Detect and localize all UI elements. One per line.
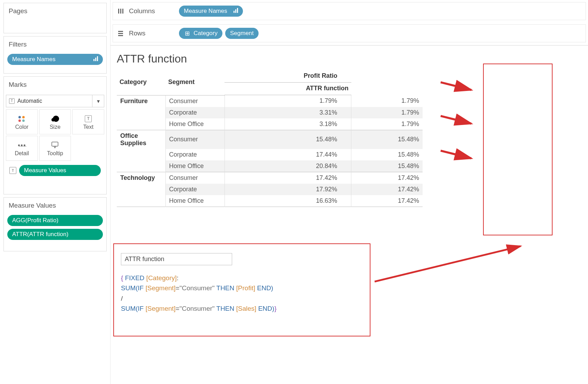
table-row: Corporate3.31%1.79% <box>117 107 423 118</box>
cell-profit-ratio: 1.79% <box>224 95 351 107</box>
detail-icon <box>18 140 25 150</box>
marks-size-label: Size <box>50 124 60 130</box>
marks-type-select[interactable]: T Automatic ▾ <box>6 95 104 107</box>
annotation-arrow <box>375 243 528 286</box>
columns-label: Columns <box>129 7 155 15</box>
marks-text-button[interactable]: T Text <box>72 109 104 134</box>
pill-label: Measure Names <box>184 8 227 15</box>
table-row: FurnitureConsumer1.79%1.79% <box>117 95 423 107</box>
rows-pill-segment[interactable]: Segment <box>225 28 259 39</box>
measure-values-title: Measure Values <box>4 198 106 214</box>
cell-profit-ratio: 20.84% <box>224 160 351 172</box>
table-row: OfficeSuppliesConsumer15.48%15.48% <box>117 130 423 149</box>
cell-profit-ratio: 3.31% <box>224 107 351 118</box>
cell-category: OfficeSupplies <box>117 130 165 149</box>
marks-detail-label: Detail <box>15 150 29 157</box>
header-profit-ratio: Profit Ratio <box>224 70 351 83</box>
cell-category <box>117 149 165 160</box>
chevron-down-icon[interactable]: ▾ <box>92 95 104 107</box>
svg-line-3 <box>441 82 471 90</box>
mv-item-label: ATTR(ATTR function) <box>12 231 68 238</box>
marks-size-button[interactable]: Size <box>39 109 71 134</box>
annotation-arrow <box>441 80 475 95</box>
rows-label: Rows <box>129 30 146 37</box>
cell-profit-ratio: 17.44% <box>224 149 351 160</box>
cell-attr-function: 1.79% <box>351 95 423 107</box>
cell-profit-ratio: 3.18% <box>224 118 351 130</box>
filter-pill-measure-names[interactable]: Measure Names <box>7 54 103 65</box>
cell-attr-function: 17.42% <box>351 184 423 195</box>
text-mark-icon: T <box>85 114 92 124</box>
cell-profit-ratio: 16.63% <box>224 195 351 207</box>
header-category: Category <box>117 70 165 95</box>
marks-color-label: Color <box>15 124 28 130</box>
cell-category: Technology <box>117 172 165 184</box>
cell-category <box>117 184 165 195</box>
cell-category <box>117 195 165 207</box>
cell-attr-function: 1.79% <box>351 107 423 118</box>
calculation-editor[interactable]: ATTR function { FIXED [Category]: SUM(IF… <box>121 253 364 314</box>
mv-item-profit-ratio[interactable]: AGG(Profit Ratio) <box>7 215 103 226</box>
viz-area: ATTR function Category Segment Profit Ra… <box>111 45 588 384</box>
table-row: Home Office16.63%17.42% <box>117 195 423 207</box>
cell-segment: Home Office <box>165 160 224 172</box>
table-row: Corporate17.44%15.48% <box>117 149 423 160</box>
cell-category <box>117 160 165 172</box>
rows-shelf[interactable]: Rows ⊞ Category Segment <box>113 24 586 42</box>
plus-icon: ⊞ <box>184 30 191 37</box>
pill-label: Measure Names <box>12 56 56 63</box>
header-segment: Segment <box>165 70 224 95</box>
table-row: Corporate17.92%17.42% <box>117 184 423 195</box>
cell-segment: Corporate <box>165 107 224 118</box>
text-icon: T <box>9 98 15 104</box>
cell-segment: Consumer <box>165 95 224 107</box>
annotation-highlight-box <box>483 64 553 235</box>
marks-tooltip-label: Tooltip <box>47 150 63 157</box>
cell-segment: Home Office <box>165 118 224 130</box>
marks-card: Marks T Automatic ▾ <box>3 76 107 194</box>
tooltip-icon <box>51 140 59 150</box>
calc-formula[interactable]: { FIXED [Category]: SUM(IF [Segment]="Co… <box>121 273 364 314</box>
calc-name-input[interactable]: ATTR function <box>121 253 232 265</box>
marks-tooltip-button[interactable]: Tooltip <box>39 136 71 161</box>
table-row: Home Office20.84%15.48% <box>117 160 423 172</box>
cell-attr-function: 17.42% <box>351 195 423 207</box>
filters-card: Filters Measure Names <box>3 36 107 74</box>
left-panel: Pages Filters Measure Names Marks T Auto… <box>0 0 111 384</box>
columns-shelf[interactable]: Columns Measure Names <box>113 2 586 20</box>
rows-pill-category[interactable]: ⊞ Category <box>179 28 222 39</box>
cell-profit-ratio: 17.42% <box>224 172 351 184</box>
cell-category <box>117 107 165 118</box>
columns-icon <box>116 9 125 14</box>
cell-attr-function: 15.48% <box>351 130 423 149</box>
cell-segment: Home Office <box>165 195 224 207</box>
marks-title: Marks <box>4 77 106 93</box>
svg-line-6 <box>375 246 521 282</box>
marks-color-button[interactable]: Color <box>6 109 38 134</box>
table-row: Home Office3.18%1.79% <box>117 118 423 130</box>
header-attr-function: ATTR function <box>224 83 351 95</box>
annotation-arrow <box>441 113 475 128</box>
bar-chart-icon <box>87 56 98 63</box>
measure-values-pill-label: Measure Values <box>24 167 66 174</box>
mv-item-attr-function[interactable]: ATTR(ATTR function) <box>7 229 103 240</box>
text-icon: T <box>9 167 16 174</box>
annotation-arrow <box>441 148 475 163</box>
cell-attr-function: 17.42% <box>351 172 423 184</box>
marks-text-label: Text <box>83 124 93 130</box>
cell-attr-function: 15.48% <box>351 149 423 160</box>
cell-category: Furniture <box>117 95 165 107</box>
cell-profit-ratio: 17.92% <box>224 184 351 195</box>
svg-point-1 <box>53 116 59 122</box>
cell-segment: Corporate <box>165 184 224 195</box>
measure-values-card: Measure Values AGG(Profit Ratio) ATTR(AT… <box>3 197 107 251</box>
mv-item-label: AGG(Profit Ratio) <box>12 217 58 224</box>
marks-detail-button[interactable]: Detail <box>6 136 38 161</box>
columns-pill-measure-names[interactable]: Measure Names <box>179 6 243 17</box>
cell-attr-function: 1.79% <box>351 118 423 130</box>
pill-label: Category <box>194 30 218 37</box>
svg-rect-2 <box>52 142 58 146</box>
bar-chart-icon <box>227 8 238 15</box>
table-row: TechnologyConsumer17.42%17.42% <box>117 172 423 184</box>
measure-values-pill[interactable]: Measure Values <box>19 165 101 176</box>
